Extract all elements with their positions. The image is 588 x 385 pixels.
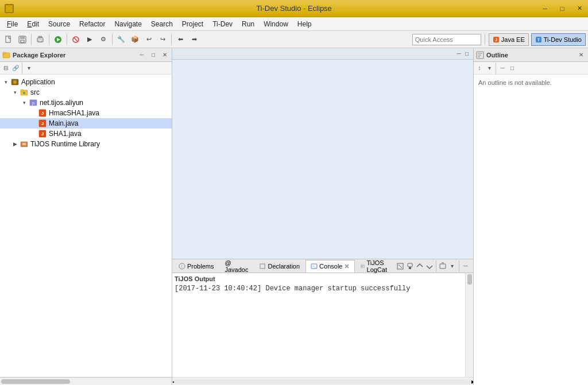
collapse-all-button[interactable]: ⊟ bbox=[1, 64, 10, 73]
package-icon: p bbox=[29, 98, 38, 107]
toolbar-btn-5[interactable]: 📦 bbox=[129, 33, 141, 46]
console-minimize[interactable]: ─ bbox=[461, 262, 470, 271]
run-button[interactable] bbox=[52, 33, 64, 46]
console-close-icon[interactable] bbox=[344, 263, 350, 269]
minimize-button[interactable]: ─ bbox=[536, 0, 554, 17]
editor-minimize[interactable]: ─ bbox=[455, 50, 463, 58]
svg-text:>_: >_ bbox=[312, 265, 317, 268]
toolbar-btn-2[interactable]: ▶ bbox=[83, 33, 96, 46]
package-explorer-close[interactable]: ✕ bbox=[160, 50, 169, 60]
outline-maximize[interactable]: □ bbox=[508, 64, 517, 73]
toolbar-btn-6[interactable]: ↩ bbox=[142, 33, 155, 46]
left-panel-hscroll-thumb[interactable] bbox=[1, 379, 70, 384]
expand-main[interactable]: ▶ bbox=[29, 119, 38, 128]
menu-item-refactor[interactable]: Refactor bbox=[75, 18, 110, 30]
outline-filter-button[interactable]: ▾ bbox=[485, 64, 494, 73]
tab-javadoc[interactable]: @ Javadoc bbox=[219, 260, 253, 273]
package-explorer-minimize[interactable]: ─ bbox=[137, 50, 146, 60]
console-btn-3[interactable] bbox=[415, 262, 424, 271]
console-open-file-button[interactable] bbox=[438, 262, 447, 271]
editor-area: ─ □ bbox=[172, 48, 473, 259]
perspective-java-ee[interactable]: J Java EE bbox=[489, 33, 529, 46]
menu-item-tidev[interactable]: Ti-Dev bbox=[208, 18, 237, 30]
left-panel-hscrollbar[interactable] bbox=[0, 377, 172, 385]
toolbar-btn-3[interactable]: ⚙ bbox=[97, 33, 110, 46]
outline-close[interactable]: ✕ bbox=[577, 50, 586, 60]
toolbar-btn-9[interactable]: ➡ bbox=[188, 33, 200, 46]
tree-item-package[interactable]: ▾ p net.tijos.aliyun bbox=[0, 98, 172, 108]
console-hscrollbar[interactable]: ◂ ▸ bbox=[172, 377, 473, 385]
view-menu-button[interactable]: ▾ bbox=[24, 64, 33, 73]
menu-item-source[interactable]: Source bbox=[44, 18, 75, 30]
tab-tijos-logcat[interactable]: TiJOS LogCat bbox=[355, 260, 394, 273]
menu-item-search[interactable]: Search bbox=[146, 18, 177, 30]
tree-item-main[interactable]: ▶ J Main.java bbox=[0, 118, 172, 129]
expand-package[interactable]: ▾ bbox=[20, 98, 29, 107]
tree-item-application[interactable]: ▾ Application bbox=[0, 77, 172, 87]
menu-item-project[interactable]: Project bbox=[177, 18, 208, 30]
expand-src[interactable]: ▾ bbox=[10, 88, 20, 97]
toolbar-btn-7[interactable]: ↪ bbox=[156, 33, 169, 46]
print-button[interactable] bbox=[34, 33, 47, 46]
tree-item-src[interactable]: ▾ src bbox=[0, 87, 172, 98]
tab-tijos-logcat-label: TiJOS LogCat bbox=[367, 259, 390, 273]
console-dropdown-button[interactable]: ▾ bbox=[448, 262, 457, 271]
toolbar-btn-4[interactable]: 🔧 bbox=[115, 33, 127, 46]
title-bar: Ti-Dev Studio - Eclipse ─ □ ✕ bbox=[0, 0, 588, 17]
console-scroll-lock-button[interactable] bbox=[405, 262, 415, 271]
tab-console-label: Console bbox=[319, 263, 342, 270]
close-button[interactable]: ✕ bbox=[571, 0, 588, 17]
separator-1 bbox=[31, 34, 32, 45]
tree-item-sha1[interactable]: ▶ J SHA1.java bbox=[0, 129, 172, 139]
menu-item-run[interactable]: Run bbox=[237, 18, 259, 30]
tree-item-library[interactable]: ▶ TiJOS Runtime Library bbox=[0, 139, 172, 149]
logcat-icon bbox=[361, 263, 365, 270]
toolbar-btn-1[interactable] bbox=[69, 33, 82, 46]
outline-minimize[interactable]: ─ bbox=[498, 64, 507, 73]
svg-line-10 bbox=[74, 38, 78, 41]
library-icon bbox=[20, 139, 29, 149]
left-panel: Package Explorer ─ □ ✕ ⊟ 🔗 ▾ ▾ App bbox=[0, 48, 172, 385]
expand-application[interactable]: ▾ bbox=[1, 77, 10, 87]
problems-icon: ! bbox=[179, 263, 185, 270]
console-scroll-right[interactable] bbox=[465, 273, 473, 377]
package-explorer-tree: ▾ Application ▾ bbox=[0, 75, 172, 377]
console-btn-4[interactable] bbox=[425, 262, 434, 271]
expand-sha1[interactable]: ▶ bbox=[29, 129, 38, 138]
svg-line-44 bbox=[399, 265, 402, 268]
menu-item-navigate[interactable]: Navigate bbox=[110, 18, 146, 30]
outline-icon bbox=[476, 51, 484, 59]
menu-item-window[interactable]: Window bbox=[259, 18, 293, 30]
tab-console[interactable]: >_ Console bbox=[305, 260, 355, 273]
console-output: [2017-11-23 10:40:42] Device manager sta… bbox=[175, 285, 463, 293]
console-clear-button[interactable] bbox=[396, 262, 405, 271]
package-explorer-maximize[interactable]: □ bbox=[149, 50, 158, 60]
application-label: Application bbox=[21, 78, 55, 86]
menu-item-file[interactable]: File bbox=[2, 18, 22, 30]
perspective-tidev-studio[interactable]: T Ti-Dev Studio bbox=[531, 33, 586, 46]
tab-declaration[interactable]: Declaration bbox=[254, 260, 305, 273]
separator-3 bbox=[67, 34, 67, 45]
tab-problems[interactable]: ! Problems bbox=[173, 260, 219, 273]
maximize-button[interactable]: □ bbox=[554, 0, 571, 17]
quick-access-input[interactable] bbox=[412, 34, 481, 45]
expand-hmac[interactable]: ▶ bbox=[29, 108, 38, 118]
menu-item-edit[interactable]: Edit bbox=[22, 18, 44, 30]
expand-library[interactable]: ▶ bbox=[10, 139, 20, 149]
svg-rect-0 bbox=[6, 36, 10, 42]
hmac-icon: J bbox=[38, 108, 47, 118]
menu-item-help[interactable]: Help bbox=[293, 18, 316, 30]
outline-sort-button[interactable]: ↕ bbox=[475, 64, 484, 73]
link-editor-button[interactable]: 🔗 bbox=[11, 64, 20, 73]
svg-text:!: ! bbox=[181, 265, 183, 269]
tree-item-hmac[interactable]: ▶ J HmacSHA1.java bbox=[0, 108, 172, 118]
editor-maximize[interactable]: □ bbox=[463, 50, 471, 58]
package-explorer-toolbar: ⊟ 🔗 ▾ bbox=[0, 62, 172, 75]
save-button[interactable] bbox=[16, 33, 29, 46]
svg-rect-40 bbox=[361, 265, 365, 268]
new-button[interactable] bbox=[2, 33, 15, 46]
svg-rect-5 bbox=[38, 36, 42, 38]
toolbar-btn-8[interactable]: ⬅ bbox=[174, 33, 187, 46]
toolbar: ▶ ⚙ 🔧 📦 ↩ ↪ ⬅ ➡ J Java EE T Ti-Dev Studi… bbox=[0, 31, 588, 48]
svg-rect-3 bbox=[21, 40, 24, 42]
